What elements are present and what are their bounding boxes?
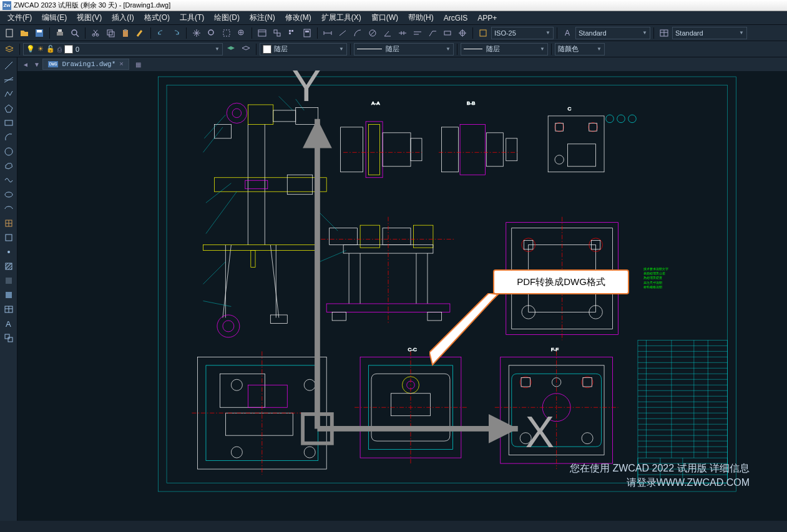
match-button[interactable] [134,26,147,40]
menu-insert[interactable]: 插入(I) [107,11,139,24]
zoom-window-button[interactable] [220,26,233,40]
gradient-tool[interactable] [1,274,16,288]
menu-edit[interactable]: 编辑(E) [37,11,72,24]
copy-button[interactable] [104,26,117,40]
print-button[interactable] [53,26,67,40]
draw-toolbar: A [0,57,17,521]
layer-prev-button[interactable] [239,42,253,56]
undo-button[interactable] [154,26,168,40]
insert-tool[interactable] [1,216,16,230]
circle-tool[interactable] [1,145,16,158]
menu-extend[interactable]: 扩展工具(X) [316,11,366,24]
redo-button[interactable] [169,26,183,40]
menu-file[interactable]: 文件(F) [2,11,37,24]
dim-diameter-icon[interactable] [366,26,379,40]
toolpalette-button[interactable] [285,26,299,40]
svg-rect-2 [37,30,42,32]
color-combo[interactable]: 随颜色 [555,43,605,56]
svg-rect-53 [6,235,12,241]
cut-button[interactable] [89,26,102,40]
ellipse-tool[interactable] [1,188,16,201]
addselected-tool[interactable] [1,331,16,345]
dim-center-icon[interactable] [456,26,469,40]
menu-modify[interactable]: 修改(M) [280,11,316,24]
dim-continue-icon[interactable] [396,26,409,40]
svg-rect-23 [304,29,310,37]
dim-radius-icon[interactable] [351,26,364,40]
polygon-tool[interactable] [1,102,16,115]
ellipsearc-tool[interactable] [1,202,16,216]
layer-state-button[interactable] [224,42,238,56]
menu-draw[interactable]: 绘图(D) [209,11,245,24]
paste-button[interactable] [119,26,132,40]
dim-aligned-icon[interactable] [336,26,350,40]
svg-rect-40 [480,30,486,36]
svg-rect-63 [8,337,12,342]
xline-tool[interactable] [1,73,16,87]
new-button[interactable] [2,26,16,40]
zoom-realtime-button[interactable] [205,26,218,40]
dimstyle-icon[interactable] [476,26,490,40]
point-tool[interactable] [1,245,16,259]
spline-tool[interactable] [1,173,16,187]
tablestyle-icon[interactable] [657,26,671,40]
textstyle1-combo[interactable]: Standard [575,27,650,39]
svg-rect-62 [5,334,9,339]
layer-manager-button[interactable] [2,42,16,56]
drawing-canvas[interactable]: A-A B-B C [17,71,787,508]
svg-point-50 [5,148,12,155]
region-tool[interactable] [1,288,16,302]
menu-format[interactable]: 格式(O) [139,11,175,24]
dim-leader-icon[interactable] [426,26,439,40]
rectangle-tool[interactable] [1,116,16,130]
hatch-tool[interactable] [1,259,16,273]
calc-button[interactable] [300,26,314,40]
pan-button[interactable] [190,26,203,40]
svg-line-45 [5,62,12,69]
props-button[interactable] [255,26,269,40]
menu-view[interactable]: 视图(V) [72,11,107,24]
menu-window[interactable]: 窗口(W) [366,11,403,24]
dim-tolerance-icon[interactable] [441,26,454,40]
arc-tool[interactable] [1,130,16,144]
text-tool[interactable]: A [1,317,16,331]
open-button[interactable] [17,26,31,40]
linetype3-combo[interactable]: 随层 [461,43,548,56]
svg-marker-48 [5,105,12,112]
menu-arcgis[interactable]: ArcGIS [439,12,473,24]
svg-point-51 [5,192,12,197]
dimstyle-combo[interactable]: ISO-25 [491,27,554,39]
revcloud-tool[interactable] [1,159,16,173]
table-tool[interactable] [1,302,16,316]
svg-rect-20 [289,30,291,32]
polyline-tool[interactable] [1,87,16,101]
dim-angular-icon[interactable] [381,26,394,40]
lock-icon: 🔓 [46,45,55,53]
svg-rect-16 [258,30,266,36]
block-tool[interactable] [1,231,16,244]
dim-baseline-icon[interactable] [411,26,424,40]
menu-annotate[interactable]: 标注(N) [245,11,280,24]
zoom-prev-button[interactable] [235,26,248,40]
svg-rect-10 [109,32,114,37]
svg-text:A: A [565,29,570,37]
menu-help[interactable]: 帮助(H) [403,11,439,24]
linetype2-combo[interactable]: 随层 [354,43,454,56]
svg-rect-49 [5,120,12,125]
svg-rect-4 [58,29,62,32]
menu-tools[interactable]: 工具(T) [175,11,209,24]
textstyle-icon[interactable]: A [560,26,574,40]
designcenter-button[interactable] [270,26,284,40]
line-tool[interactable] [1,59,16,72]
linetype1-combo[interactable]: 随层 [260,43,347,56]
svg-line-28 [340,31,346,36]
window-title: ZWCAD 2023 试用版 (剩余 30 天) - [Drawing1.dwg… [14,1,170,10]
textstyle2-combo[interactable]: Standard [672,27,747,39]
menu-app[interactable]: APP+ [472,12,502,24]
save-button[interactable] [32,26,46,40]
canvas-area: ◄ ▼ DWG Drawing1.dwg* × ▦ [17,57,787,521]
preview-button[interactable] [68,26,82,40]
layer-combo[interactable]: 💡 ☀ 🔓 ⎙ 0 [23,43,223,56]
svg-rect-36 [444,31,451,35]
dim-linear-icon[interactable] [321,26,335,40]
